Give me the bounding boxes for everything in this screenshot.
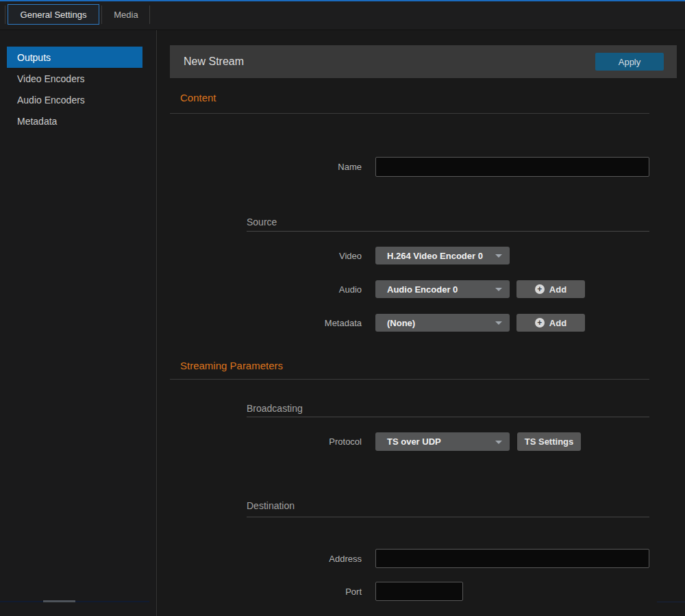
sidebar-hscrollbar-thumb[interactable]	[43, 600, 75, 602]
sidebar-divider	[156, 30, 157, 616]
protocol-label: Protocol	[170, 432, 362, 451]
panel-header: New Stream Apply	[170, 45, 677, 78]
sidebar-item-audio-encoders[interactable]: Audio Encoders	[7, 89, 142, 110]
scroll-remnant-line	[657, 602, 685, 602]
audio-select[interactable]: Audio Encoder 0	[375, 280, 510, 298]
section-rule	[170, 113, 649, 114]
app-window: General Settings Media Outputs Video Enc…	[0, 0, 685, 616]
address-label: Address	[170, 549, 362, 568]
tab-separator	[149, 5, 150, 24]
add-audio-button[interactable]: + Add	[516, 280, 585, 298]
add-metadata-label: Add	[549, 318, 566, 328]
audio-label: Audio	[170, 280, 362, 298]
name-input[interactable]	[375, 157, 649, 177]
ts-settings-label: TS Settings	[525, 436, 574, 447]
chevron-down-icon	[495, 321, 502, 325]
chevron-down-icon	[495, 254, 502, 258]
metadata-label: Metadata	[170, 314, 362, 332]
port-input[interactable]	[375, 582, 463, 601]
subsection-rule	[247, 517, 649, 517]
metadata-select-value: (None)	[387, 318, 415, 328]
subsection-rule	[247, 417, 649, 417]
address-input[interactable]	[375, 549, 649, 568]
apply-button[interactable]: Apply	[595, 53, 664, 71]
plus-circle-icon: +	[535, 318, 545, 328]
sidebar: Outputs Video Encoders Audio Encoders Me…	[0, 30, 156, 616]
chevron-down-icon	[495, 441, 502, 444]
subsection-rule	[247, 231, 649, 232]
section-heading-content: Content	[180, 92, 216, 103]
source-heading: Source	[247, 217, 277, 227]
audio-select-value: Audio Encoder 0	[387, 284, 458, 295]
chevron-down-icon	[495, 288, 502, 291]
section-rule	[170, 379, 649, 380]
metadata-select[interactable]: (None)	[375, 314, 510, 332]
tab-separator	[101, 5, 102, 24]
tab-bar: General Settings Media	[0, 1, 685, 30]
tab-separator	[5, 5, 5, 24]
name-label: Name	[170, 157, 362, 177]
section-heading-streaming-parameters: Streaming Parameters	[180, 360, 283, 371]
sidebar-item-video-encoders[interactable]: Video Encoders	[7, 68, 142, 89]
tab-general-settings[interactable]: General Settings	[8, 4, 99, 25]
video-select[interactable]: H.264 Video Encoder 0	[375, 247, 510, 264]
plus-circle-icon: +	[535, 284, 545, 294]
add-metadata-button[interactable]: + Add	[516, 314, 585, 332]
sidebar-item-outputs[interactable]: Outputs	[7, 47, 142, 68]
sidebar-item-metadata[interactable]: Metadata	[7, 110, 142, 132]
add-audio-label: Add	[549, 284, 566, 295]
page-title: New Stream	[184, 45, 244, 78]
broadcasting-heading: Broadcasting	[247, 403, 303, 414]
video-select-value: H.264 Video Encoder 0	[387, 251, 483, 261]
protocol-select-value: TS over UDP	[387, 436, 441, 447]
port-label: Port	[170, 582, 362, 601]
destination-heading: Destination	[247, 500, 295, 511]
video-label: Video	[170, 247, 362, 264]
ts-settings-button[interactable]: TS Settings	[517, 432, 581, 451]
protocol-select[interactable]: TS over UDP	[375, 432, 510, 451]
tab-media[interactable]: Media	[103, 4, 149, 25]
